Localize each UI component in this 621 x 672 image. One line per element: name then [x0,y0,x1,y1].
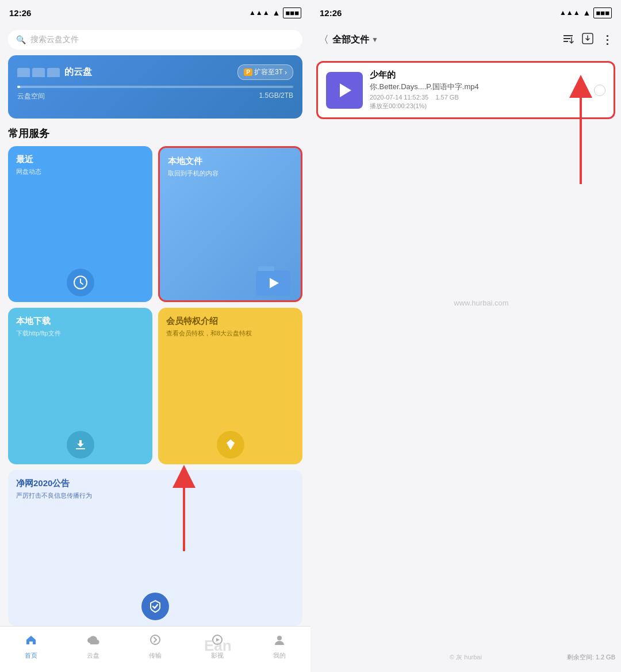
nav-profile-label: 我的 [273,651,286,660]
storage-value: 1.5GB/2TB [259,91,293,101]
privilege-title: 会员特权介绍 [166,316,294,327]
file-checkbox[interactable] [594,85,605,96]
left-panel: 12:26 ▲▲▲ ▲ ■■■ 🔍 搜索云盘文件 的云盘 P 扩容至3T [0,0,310,672]
svg-rect-3 [76,448,85,449]
back-button[interactable]: 〈 [319,33,329,47]
nav-cloud[interactable]: 云盘 [62,633,124,660]
recent-subtitle: 网盘动态 [16,167,144,176]
folder-title-text: 全部文件 [332,34,369,46]
right-status-bar: 12:26 ▲▲▲ ▲ ■■■ [310,0,621,25]
profile-icon [273,633,286,650]
notice-title: 净网2020公告 [16,478,294,489]
battery-icon: ■■■ [283,7,301,18]
svg-marker-8 [216,638,220,642]
storage-progress-bg [17,86,293,88]
recent-title: 最近 [16,154,144,165]
file-date: 2020-07-14 11:52:35 [370,94,428,101]
cloud-card: 的云盘 P 扩容至3T › 云盘空间 1.5GB/2TB [8,55,302,119]
transfer-icon [149,633,162,650]
search-icon: 🔍 [16,35,26,44]
sort-button[interactable] [562,33,574,47]
chevron-down-icon: ▼ [371,36,378,44]
video-thumbnail [326,72,363,109]
nav-cloud-label: 云盘 [87,651,99,660]
right-time: 12:26 [320,8,342,18]
storage-total: 2TB [281,91,293,100]
download-button[interactable] [582,33,593,47]
folder-title: 全部文件 ▼ [332,34,378,46]
service-card-privilege[interactable]: 会员特权介绍 查看会员特权，和8大云盘特权 [158,308,302,464]
expand-button[interactable]: P 扩容至3T › [237,64,293,80]
left-status-bar: 12:26 ▲▲▲ ▲ ■■■ [0,0,310,25]
nav-transfer[interactable]: 传输 [124,633,186,660]
cloud-card-title: 的云盘 [17,66,92,78]
nav-media-label: 影视 [211,651,224,660]
chevron-right-icon: › [285,68,287,77]
remaining-space: 剩余空间: 1.2 GB [567,653,615,662]
right-wifi-icon: ▲ [583,8,591,17]
top-bar: 〈 全部文件 ▼ ⋮ [310,25,621,54]
p-badge: P [244,68,252,76]
storage-used: 1.5GB [259,91,279,100]
nav-home-label: 首页 [25,651,37,660]
local-title: 本地文件 [168,156,293,167]
privilege-subtitle: 查看会员特权，和8大云盘特权 [166,329,294,338]
svg-line-2 [80,282,83,284]
file-item-video[interactable]: 少年的 你.Better.Days....P.国语中字.mp4 2020-07-… [316,61,615,119]
home-icon [25,633,37,650]
file-meta: 2020-07-14 11:52:35 1.57 GB [370,94,589,101]
file-progress: 播放至00:00:23(1%) [370,102,589,110]
file-title-sub: 你.Better.Days....P.国语中字.mp4 [370,82,589,92]
top-bar-actions: ⋮ [562,33,613,47]
folder-visual [256,262,296,296]
shield-icon [141,593,169,620]
cloud-title-text: 的云盘 [64,66,92,78]
media-icon [211,633,224,650]
more-button[interactable]: ⋮ [601,34,613,45]
cloud-storage-label: 云盘空间 1.5GB/2TB [17,91,293,101]
right-battery-icon: ■■■ [593,7,612,18]
storage-label: 云盘空间 [17,91,45,101]
right-signal-icon: ▲▲▲ [559,9,580,17]
nav-home[interactable]: 首页 [0,633,62,660]
cloud-card-header: 的云盘 P 扩容至3T › [17,64,293,80]
file-info: 少年的 你.Better.Days....P.国语中字.mp4 2020-07-… [370,70,589,110]
service-card-recent[interactable]: 最近 网盘动态 [8,146,152,302]
service-card-download[interactable]: 本地下载 下载http/ftp文件 [8,308,152,464]
service-grid: 最近 网盘动态 本地文件 取回到手机的内容 [0,146,310,626]
search-bar[interactable]: 🔍 搜索云盘文件 [8,30,302,49]
bottom-nav: 首页 云盘 传输 [0,626,310,672]
service-card-notice[interactable]: 净网2020公告 严厉打击不良信息传播行为 [8,470,302,626]
play-icon [340,83,351,97]
expand-label: 扩容至3T [254,67,283,77]
service-card-local[interactable]: 本地文件 取回到手机的内容 [158,146,302,302]
svg-point-9 [277,636,282,640]
nav-media[interactable]: 影视 [186,633,248,660]
svg-point-6 [151,635,160,644]
cloud-nav-icon [87,633,99,650]
signal-icon: ▲▲▲ [249,9,270,17]
right-status-icons: ▲▲▲ ▲ ■■■ [559,7,612,18]
copyright-text: © 灰 hurbai [450,653,482,662]
file-list: 少年的 你.Better.Days....P.国语中字.mp4 2020-07-… [310,54,621,672]
nav-profile[interactable]: 我的 [248,633,310,660]
search-placeholder: 搜索云盘文件 [30,35,79,45]
wifi-icon: ▲ [273,8,281,17]
download-icon [67,431,94,459]
left-status-icons: ▲▲▲ ▲ ■■■ [249,7,301,18]
download-subtitle: 下载http/ftp文件 [16,329,144,338]
download-title: 本地下载 [16,316,144,327]
diamond-icon [217,431,244,459]
nav-transfer-label: 传输 [149,651,162,660]
notice-subtitle: 严厉打击不良信息传播行为 [16,491,294,500]
file-size: 1.57 GB [435,94,458,101]
left-time: 12:26 [9,8,31,18]
file-title-main: 少年的 [370,70,589,81]
right-panel: 12:26 ▲▲▲ ▲ ■■■ 〈 全部文件 ▼ [310,0,621,672]
section-title: 常用服务 [0,127,310,146]
local-subtitle: 取回到手机的内容 [168,169,293,178]
storage-progress-fill [17,86,20,88]
clock-icon [67,269,94,296]
